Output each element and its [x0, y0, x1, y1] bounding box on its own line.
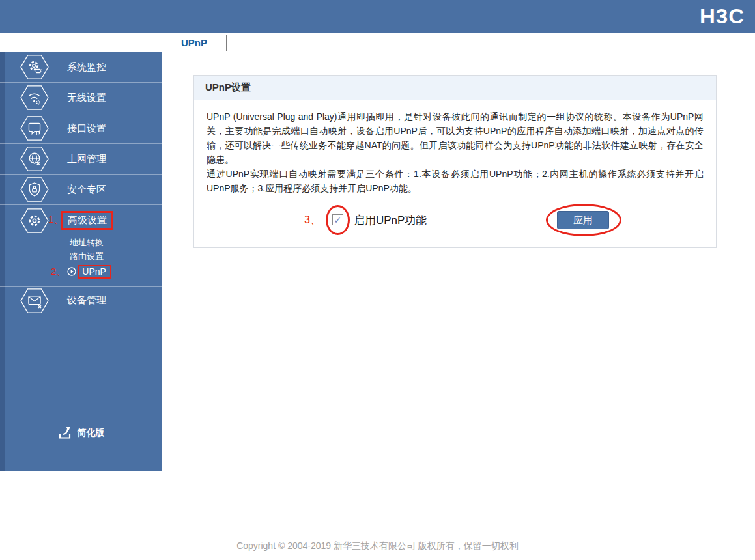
sidebar-item-label: 系统监控: [67, 61, 106, 74]
tab-bar: UPnP: [0, 33, 755, 52]
sidebar-item-label: 接口设置: [67, 122, 106, 135]
selected-play-icon: [67, 267, 76, 276]
upnp-description-paragraph: UPnP (Universal Plug and Play)通用即插即用，是针对…: [207, 109, 704, 167]
h3c-logo: H3C: [700, 5, 745, 28]
advanced-settings-icon: [20, 208, 50, 234]
enable-upnp-label: 启用UPnP功能: [354, 213, 427, 228]
interface-settings-icon: [20, 115, 50, 141]
sidebar-item-label: 安全专区: [67, 184, 106, 196]
annotation-step1: 1、: [48, 214, 63, 226]
panel-header: UPnP设置: [194, 76, 716, 100]
panel-body: UPnP (Universal Plug and Play)通用即插即用，是针对…: [194, 100, 716, 247]
upnp-settings-panel: UPnP设置 UPnP (Universal Plug and Play)通用即…: [193, 75, 717, 248]
submenu-item-upnp[interactable]: 2、 UPnP: [0, 263, 162, 280]
sidebar-item-label: 无线设置: [67, 92, 106, 104]
panel-title: UPnP设置: [205, 81, 251, 92]
annotation-red-box-upnp: UPnP: [78, 265, 111, 279]
sidebar-item-wireless-settings[interactable]: 无线设置: [0, 83, 162, 113]
sidebar-item-system-monitor[interactable]: 系统监控: [0, 52, 162, 83]
security-zone-icon: [20, 176, 50, 203]
copyright-footer: Copyright © 2004-2019 新华三技术有限公司 版权所有，保留一…: [0, 540, 755, 552]
checkbox-wrapper: ✓: [332, 214, 344, 226]
main-content: UPnP设置 UPnP (Universal Plug and Play)通用即…: [162, 52, 755, 471]
sidebar-item-label: 上网管理: [67, 153, 106, 165]
internet-management-icon: [20, 146, 50, 172]
sidebar-item-device-management[interactable]: 设备管理: [0, 287, 162, 315]
checkmark-icon: ✓: [334, 216, 342, 225]
export-arrow-icon: [57, 426, 73, 440]
apply-button-wrapper: 应用: [557, 211, 609, 229]
tab-divider: [226, 35, 227, 51]
h3c-router-admin-page: H3C UPnP 系统监控: [0, 0, 755, 560]
sidebar-item-label: 高级设置: [68, 214, 107, 225]
submenu-item-nat[interactable]: 地址转换: [0, 236, 162, 249]
upnp-conditions-paragraph: 通过UPnP实现端口自动映射需要满足三个条件：1.本设备必须启用UPnP功能；2…: [207, 167, 704, 195]
top-header-bar: H3C: [0, 0, 755, 33]
device-management-icon: [20, 288, 50, 314]
system-monitor-icon: [20, 54, 50, 80]
sidebar-item-security-zone[interactable]: 安全专区: [0, 175, 162, 205]
sidebar-item-label: 设备管理: [67, 294, 106, 307]
simplified-mode-button[interactable]: 简化版: [0, 426, 162, 440]
simplified-mode-label: 简化版: [78, 427, 105, 439]
sidebar-nav: 系统监控 无线设置 接口设置: [0, 52, 162, 471]
annotation-step2: 2、: [51, 266, 66, 278]
annotation-red-box-advanced: 高级设置: [61, 211, 113, 230]
apply-button[interactable]: 应用: [557, 211, 609, 229]
sidebar: 系统监控 无线设置 接口设置: [0, 52, 162, 471]
submenu-item-routing[interactable]: 路由设置: [0, 249, 162, 263]
sidebar-item-interface-settings[interactable]: 接口设置: [0, 113, 162, 144]
annotation-step3: 3、: [304, 214, 321, 227]
sidebar-item-internet-management[interactable]: 上网管理: [0, 144, 162, 175]
advanced-submenu: 地址转换 路由设置 2、 UPnP: [0, 236, 162, 287]
enable-upnp-checkbox[interactable]: ✓: [332, 214, 343, 225]
wireless-settings-icon: [20, 85, 50, 111]
sidebar-item-advanced-settings[interactable]: 1、 高级设置: [0, 205, 162, 236]
tab-upnp[interactable]: UPnP: [164, 33, 224, 52]
enable-upnp-row: 3、 ✓ 启用UPnP功能 应用: [207, 204, 704, 236]
